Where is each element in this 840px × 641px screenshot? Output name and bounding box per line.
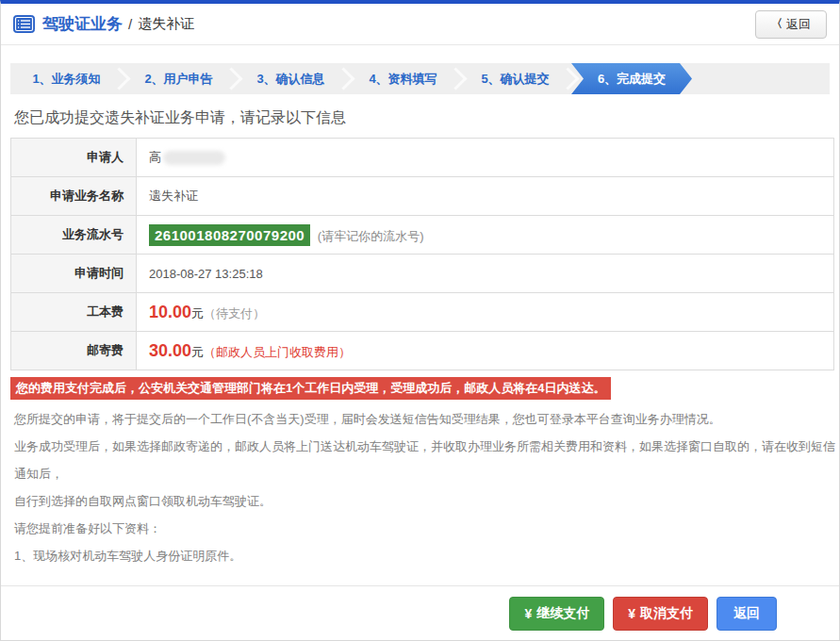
footer-action-bar: ¥ 继续支付 ¥ 取消支付 返回	[1, 585, 839, 640]
table-row-serial-number: 业务流水号 261001808270079200 (请牢记你的流水号)	[11, 216, 834, 255]
fee-unit: 元	[191, 345, 204, 359]
table-row-business-name: 申请业务名称 遗失补证	[11, 177, 834, 216]
page-title-secondary: 遗失补证	[138, 15, 194, 33]
return-button-bottom[interactable]: 返回	[716, 597, 777, 631]
row-label: 业务流水号	[11, 216, 137, 255]
page-title-primary: 驾驶证业务	[42, 13, 123, 35]
yen-icon: ¥	[628, 606, 635, 621]
instruction-notes: 您所提交的申请，将于提交后的一个工作日(不含当天)受理，届时会发送短信告知受理结…	[14, 405, 839, 569]
cancel-payment-button[interactable]: ¥ 取消支付	[613, 597, 708, 631]
note-line: 请您提前准备好以下资料：	[14, 515, 839, 542]
table-row-postage-fee: 邮寄费 30.00元（邮政人员上门收取费用）	[11, 332, 834, 370]
note-line: 1、现场核对机动车驾驶人身份证明原件。	[14, 542, 839, 569]
step-2-user-declaration[interactable]: 2、用户申告	[123, 63, 235, 94]
row-label: 申请业务名称	[11, 177, 137, 216]
step-3-confirm-info[interactable]: 3、确认信息	[235, 63, 347, 94]
chevron-left-icon: 〈	[771, 16, 782, 32]
row-label: 申请时间	[11, 255, 137, 293]
note-line: 您所提交的申请，将于提交后的一个工作日(不含当天)受理，届时会发送短信告知受理结…	[14, 405, 839, 433]
step-5-confirm-submit[interactable]: 5、确认提交	[459, 63, 571, 94]
business-name-value: 遗失补证	[137, 177, 834, 216]
header: 驾驶证业务 / 遗失补证 〈 返回	[1, 4, 839, 45]
step-6-complete-submit[interactable]: 6、完成提交	[571, 63, 692, 94]
fee-amount: 10.00	[149, 303, 191, 321]
back-button-top[interactable]: 〈 返回	[755, 10, 827, 39]
fee-unit: 元	[191, 306, 204, 320]
row-label: 申请人	[11, 139, 137, 177]
table-row-production-fee: 工本费 10.00元（待支付）	[11, 293, 834, 332]
postage-fee-value: 30.00元（邮政人员上门收取费用）	[137, 332, 834, 370]
table-row-apply-time: 申请时间 2018-08-27 13:25:18	[11, 255, 834, 293]
title-separator: /	[128, 16, 132, 32]
serial-number-value: 261001808270079200 (请牢记你的流水号)	[137, 216, 834, 255]
production-fee-value: 10.00元（待支付）	[137, 293, 834, 332]
yen-icon: ¥	[524, 606, 532, 621]
table-row-applicant: 申请人 高	[11, 139, 834, 177]
fee-note: （待支付）	[204, 306, 265, 320]
submission-info-table: 申请人 高 申请业务名称 遗失补证 业务流水号 2610018082700792…	[10, 138, 834, 370]
row-label: 邮寄费	[11, 332, 137, 370]
serial-number-badge: 261001808270079200	[149, 224, 310, 246]
fee-note: （邮政人员上门收取费用）	[204, 345, 351, 359]
note-line: 自行到选择的自取网点窗口领取机动车驾驶证。	[14, 487, 839, 515]
business-list-icon	[13, 15, 35, 33]
note-line: 业务成功受理后，如果选择邮政寄递的，邮政人员将上门送达机动车驾驶证，并收取办理业…	[14, 433, 839, 487]
serial-number-note: (请牢记你的流水号)	[318, 229, 424, 243]
back-button-label: 返回	[786, 16, 811, 33]
success-message: 您已成功提交遗失补证业务申请，请记录以下信息	[14, 108, 839, 128]
continue-payment-button[interactable]: ¥ 继续支付	[509, 597, 604, 631]
page: 驾驶证业务 / 遗失补证 〈 返回 1、业务须知 2、用户申告 3、确认信息 4…	[0, 0, 840, 641]
step-progress-bar: 1、业务须知 2、用户申告 3、确认信息 4、资料填写 5、确认提交 6、完成提…	[10, 63, 830, 94]
row-label: 工本费	[11, 293, 137, 332]
alert-banner: 您的费用支付完成后，公安机关交通管理部门将在1个工作日内受理，受理成功后，邮政人…	[10, 377, 611, 400]
apply-time-value: 2018-08-27 13:25:18	[137, 255, 834, 293]
step-1-business-notice[interactable]: 1、业务须知	[10, 63, 123, 94]
step-4-fill-materials[interactable]: 4、资料填写	[347, 63, 459, 94]
fee-amount: 30.00	[149, 341, 191, 360]
redacted-name	[163, 151, 225, 165]
applicant-value: 高	[137, 139, 834, 177]
